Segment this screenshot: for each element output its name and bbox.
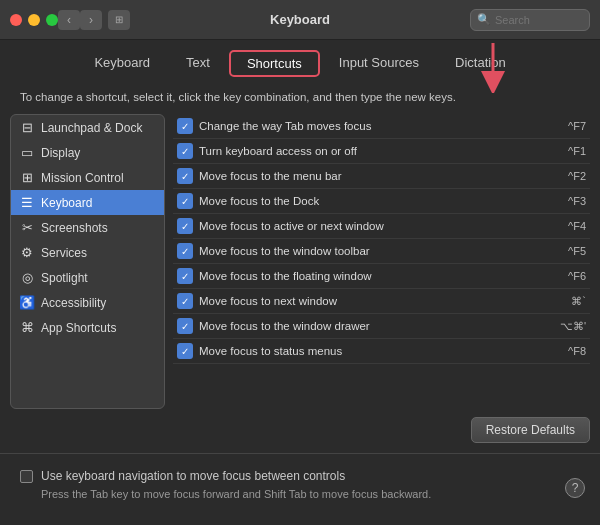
tab-input-sources[interactable]: Input Sources [322, 50, 436, 77]
tab-keyboard[interactable]: Keyboard [77, 50, 167, 77]
shortcut-row[interactable]: ✓Move focus to the menu bar^F2 [173, 164, 590, 189]
shortcut-key: ^F8 [556, 345, 586, 357]
sidebar-item-keyboard[interactable]: ☰ Keyboard [11, 190, 164, 215]
sidebar-label-display: Display [41, 146, 80, 160]
window-title: Keyboard [270, 12, 330, 27]
shortcut-key: ⌘` [556, 295, 586, 308]
shortcut-label: Move focus to the menu bar [199, 170, 550, 182]
keyboard-icon: ☰ [19, 195, 35, 210]
shortcut-row[interactable]: ✓Change the way Tab moves focus^F7 [173, 114, 590, 139]
shortcut-label: Move focus to next window [199, 295, 550, 307]
instruction-text: To change a shortcut, select it, click t… [0, 83, 600, 114]
tabs-bar: Keyboard Text Shortcuts Input Sources Di… [0, 40, 600, 83]
sidebar-label-spotlight: Spotlight [41, 271, 88, 285]
sidebar-item-services[interactable]: ⚙ Services [11, 240, 164, 265]
search-bar[interactable]: 🔍 [470, 9, 590, 31]
app-shortcuts-icon: ⌘ [19, 320, 35, 335]
shortcut-label: Move focus to the Dock [199, 195, 550, 207]
shortcut-key: ^F4 [556, 220, 586, 232]
main-content: ⊟ Launchpad & Dock ▭ Display ⊞ Mission C… [0, 114, 600, 409]
check-icon: ✓ [177, 343, 193, 359]
search-icon: 🔍 [477, 13, 491, 26]
shortcut-label: Move focus to active or next window [199, 220, 550, 232]
shortcut-row[interactable]: ✓Move focus to the window toolbar^F5 [173, 239, 590, 264]
check-icon: ✓ [177, 118, 193, 134]
shortcut-row[interactable]: ✓Move focus to next window⌘` [173, 289, 590, 314]
sidebar: ⊟ Launchpad & Dock ▭ Display ⊞ Mission C… [10, 114, 165, 409]
sidebar-label-mission-control: Mission Control [41, 171, 124, 185]
sidebar-item-accessibility[interactable]: ♿ Accessibility [11, 290, 164, 315]
sidebar-label-accessibility: Accessibility [41, 296, 106, 310]
shortcut-key: ^F2 [556, 170, 586, 182]
shortcuts-list: ✓Change the way Tab moves focus^F7✓Turn … [173, 114, 590, 364]
check-icon: ✓ [177, 193, 193, 209]
checkbox-row: Use keyboard navigation to move focus be… [20, 469, 580, 483]
search-input[interactable] [495, 14, 583, 26]
sidebar-item-display[interactable]: ▭ Display [11, 140, 164, 165]
spotlight-icon: ◎ [19, 270, 35, 285]
minimize-button[interactable] [28, 14, 40, 26]
shortcut-row[interactable]: ✓Move focus to the Dock^F3 [173, 189, 590, 214]
shortcut-label: Move focus to the window drawer [199, 320, 550, 332]
shortcut-row[interactable]: ✓Turn keyboard access on or off^F1 [173, 139, 590, 164]
check-icon: ✓ [177, 243, 193, 259]
check-icon: ✓ [177, 318, 193, 334]
display-icon: ▭ [19, 145, 35, 160]
shortcut-key: ^F3 [556, 195, 586, 207]
back-button[interactable]: ‹ [58, 10, 80, 30]
sidebar-label-launchpad: Launchpad & Dock [41, 121, 142, 135]
check-icon: ✓ [177, 143, 193, 159]
shortcut-label: Move focus to the floating window [199, 270, 550, 282]
titlebar: ‹ › ⊞ Keyboard 🔍 [0, 0, 600, 40]
checkbox-label: Use keyboard navigation to move focus be… [41, 469, 345, 483]
screenshots-icon: ✂ [19, 220, 35, 235]
maximize-button[interactable] [46, 14, 58, 26]
check-icon: ✓ [177, 293, 193, 309]
sidebar-label-keyboard: Keyboard [41, 196, 92, 210]
restore-area: Restore Defaults [0, 409, 600, 443]
sidebar-item-launchpad[interactable]: ⊟ Launchpad & Dock [11, 115, 164, 140]
check-icon: ✓ [177, 168, 193, 184]
keyboard-nav-checkbox[interactable] [20, 470, 33, 483]
tab-shortcuts[interactable]: Shortcuts [229, 50, 320, 77]
accessibility-icon: ♿ [19, 295, 35, 310]
check-icon: ✓ [177, 218, 193, 234]
shortcut-row[interactable]: ✓Move focus to active or next window^F4 [173, 214, 590, 239]
shortcut-key: ^F7 [556, 120, 586, 132]
close-button[interactable] [10, 14, 22, 26]
tab-text[interactable]: Text [169, 50, 227, 77]
shortcut-key: ^F1 [556, 145, 586, 157]
restore-defaults-button[interactable]: Restore Defaults [471, 417, 590, 443]
launchpad-icon: ⊟ [19, 120, 35, 135]
bottom-area: Use keyboard navigation to move focus be… [0, 453, 600, 508]
tab-dictation[interactable]: Dictation [438, 50, 523, 77]
shortcut-label: Move focus to the window toolbar [199, 245, 550, 257]
shortcut-row[interactable]: ✓Move focus to the floating window^F6 [173, 264, 590, 289]
shortcut-label: Change the way Tab moves focus [199, 120, 550, 132]
shortcut-key: ⌥⌘' [556, 320, 586, 333]
sidebar-item-screenshots[interactable]: ✂ Screenshots [11, 215, 164, 240]
services-icon: ⚙ [19, 245, 35, 260]
shortcut-key: ^F6 [556, 270, 586, 282]
check-icon: ✓ [177, 268, 193, 284]
sidebar-item-app-shortcuts[interactable]: ⌘ App Shortcuts [11, 315, 164, 340]
shortcut-label: Turn keyboard access on or off [199, 145, 550, 157]
shortcut-row[interactable]: ✓Move focus to the window drawer⌥⌘' [173, 314, 590, 339]
sidebar-label-screenshots: Screenshots [41, 221, 108, 235]
shortcut-row[interactable]: ✓Move focus to status menus^F8 [173, 339, 590, 364]
shortcuts-panel: ✓Change the way Tab moves focus^F7✓Turn … [173, 114, 590, 409]
shortcut-key: ^F5 [556, 245, 586, 257]
sidebar-label-services: Services [41, 246, 87, 260]
checkbox-help-text: Press the Tab key to move focus forward … [20, 488, 580, 500]
sidebar-item-mission-control[interactable]: ⊞ Mission Control [11, 165, 164, 190]
grid-button[interactable]: ⊞ [108, 10, 130, 30]
traffic-lights [10, 14, 58, 26]
forward-button[interactable]: › [80, 10, 102, 30]
sidebar-item-spotlight[interactable]: ◎ Spotlight [11, 265, 164, 290]
mission-control-icon: ⊞ [19, 170, 35, 185]
shortcut-label: Move focus to status menus [199, 345, 550, 357]
sidebar-label-app-shortcuts: App Shortcuts [41, 321, 116, 335]
